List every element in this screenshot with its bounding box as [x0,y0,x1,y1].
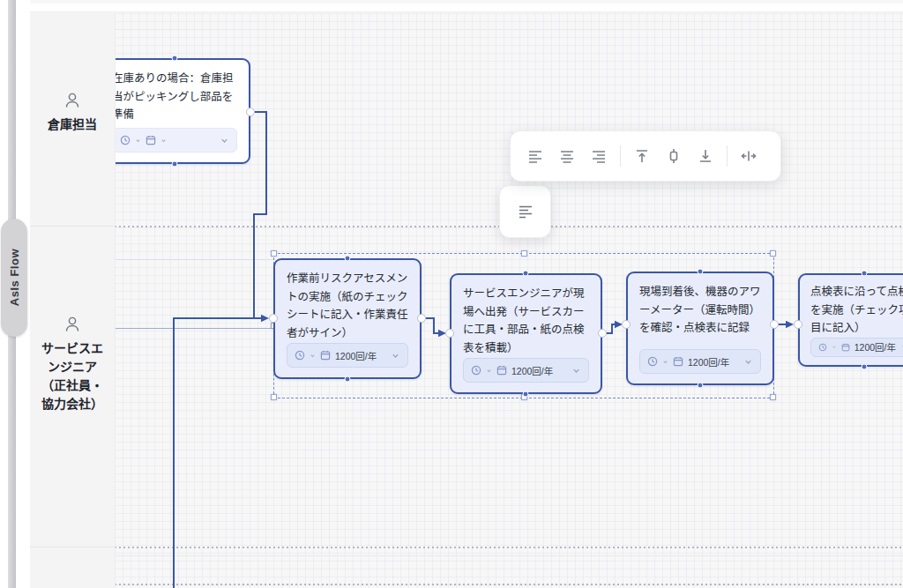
calendar-icon [673,356,683,367]
node-text: 在庫ありの場合：倉庫担当がピッキングし部品を準備 [112,70,237,124]
tab-asis-flow[interactable]: AsIs Flow [1,219,27,337]
node-meta-bar[interactable]: 1200回/年 [287,343,408,368]
calendar-icon [841,342,850,353]
frequency-badge: 1200回/年 [511,364,553,377]
frequency-badge: 1200回/年 [854,340,896,354]
person-icon [63,91,82,110]
align-left-button[interactable] [519,138,551,174]
selection-handle-nw[interactable] [271,250,277,257]
flow-editor-page: 在庫ありの場合：倉庫担当がピッキングし部品を準備 作業前リスクアセスメントの実施… [0,0,903,588]
person-icon [63,315,82,334]
left-rail: AsIs Flow [0,0,30,588]
align-middle-icon [665,147,683,165]
align-bottom-button[interactable] [690,138,721,174]
align-flyout-button[interactable] [499,185,551,238]
align-top-icon [633,147,651,165]
selection-handle-s[interactable] [521,394,527,400]
lane-header-warehouse[interactable]: 倉庫担当 [30,91,115,134]
caret-down-icon [135,138,141,144]
lane-label: 倉庫担当 [48,115,97,134]
incoming-connector-line[interactable] [115,328,272,329]
node-meta-bar[interactable]: 1200回/年 [810,338,903,358]
node-meta-bar[interactable]: 1200回/年 [639,349,761,374]
node-text: サービスエンジニアが現場へ出発（サービスカーに工具・部品・紙の点検表を積載） [463,285,589,357]
caret-down-icon [662,359,668,365]
clock-icon [818,342,827,353]
lane-divider-dotted-3 [115,584,903,585]
selection-handle-sw[interactable] [271,394,277,400]
canvas-top-guide-line [115,29,903,30]
clock-icon [647,356,658,367]
chevron-down-icon[interactable] [220,136,229,145]
lane-header-service-engineer[interactable]: サービスエ ンジニア （正社員・ 協力会社） [30,315,115,413]
chevron-down-icon[interactable] [571,366,581,376]
align-right-button[interactable] [583,138,615,174]
toolbar-divider [620,145,621,167]
text-align-left-icon [517,203,534,220]
node-meta-bar[interactable]: 1200回/年 [463,358,589,383]
lane-divider-dotted-2 [115,547,903,548]
caret-down-icon [310,353,316,359]
align-left-icon [526,147,544,165]
node-check-hourmeter[interactable]: 現場到着後、機器のアワーメーター（運転時間）を確認・点検表に記録 1200回/年 [626,272,774,385]
frequency-badge: 1200回/年 [688,355,729,368]
node-meta-bar[interactable] [112,128,237,153]
selection-handle-n[interactable] [521,250,527,257]
lane-guide-line [115,555,903,556]
calendar-icon [146,135,156,145]
toolbar-divider [727,145,728,167]
node-text: 点検表に沿って点検を実施（チェック項目に記入） [810,283,903,338]
align-right-icon [590,147,608,165]
caret-down-icon [832,344,837,350]
caret-down-icon [160,138,167,144]
chevron-down-icon[interactable] [743,357,753,367]
clock-icon [120,135,131,145]
swimlane-header-column: 倉庫担当 サービスエ ンジニア （正社員・ 協力会社） [30,13,116,588]
frequency-badge: 1200回/年 [335,349,377,362]
top-bar [30,4,903,12]
node-text: 作業前リスクアセスメントの実施（紙のチェックシートに記入・作業責任者がサイン） [287,270,408,342]
align-center-button[interactable] [551,138,583,174]
align-center-icon [558,147,576,165]
lane-separator [30,547,115,547]
lane-separator [30,226,115,227]
row-guide-line [115,259,273,260]
node-text: 現場到着後、機器のアワーメーター（運転時間）を確認・点検表に記録 [639,283,761,338]
chevron-down-icon[interactable] [391,351,400,361]
node-engineer-depart[interactable]: サービスエンジニアが現場へ出発（サービスカーに工具・部品・紙の点検表を積載） 1… [450,273,602,394]
alignment-toolbar [510,130,781,182]
tab-label: AsIs Flow [8,249,21,306]
align-bottom-icon [697,147,714,165]
caret-down-icon [486,368,492,374]
calendar-icon [320,350,331,361]
lane-label: サービスエ ンジニア （正社員・ 協力会社） [41,339,103,413]
selection-handle-ne[interactable] [770,250,776,257]
selection-handle-se[interactable] [770,394,776,400]
node-risk-assessment[interactable]: 作業前リスクアセスメントの実施（紙のチェックシートに記入・作業責任者がサイン） … [273,258,422,379]
distribute-horizontal-icon [740,147,757,165]
node-warehouse-picking[interactable]: 在庫ありの場合：倉庫担当がピッキングし部品を準備 [99,58,250,164]
clock-icon [295,350,305,361]
align-middle-button[interactable] [658,138,690,174]
clock-icon [471,365,481,376]
distribute-horizontal-button[interactable] [733,138,765,174]
node-inspection-checklist[interactable]: 点検表に沿って点検を実施（チェック項目に記入） 1200回/年 [798,273,903,367]
calendar-icon [496,365,507,376]
align-top-button[interactable] [626,138,658,174]
